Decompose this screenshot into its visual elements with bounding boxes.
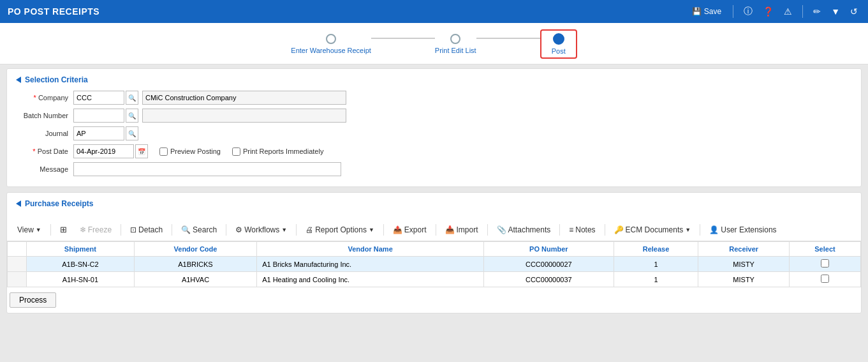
preview-posting-label: Preview Posting [170, 147, 221, 155]
post-date-label: Post Date [16, 147, 73, 155]
step-3-circle [553, 33, 564, 45]
col-receiver[interactable]: Receiver [698, 242, 790, 257]
table-body: A1B-SN-C2A1BRICKSA1 Bricks Manufacturing… [8, 257, 861, 287]
help-icon[interactable]: ❓ [760, 5, 776, 18]
import-button[interactable]: 📥 Import [440, 223, 483, 237]
table-cell: A1BRICKS [134, 257, 256, 272]
info-icon[interactable]: ⓘ [741, 4, 755, 19]
table-cell: A1 Heating and Cooling Inc. [257, 272, 484, 287]
main-content: Selection Criteria Company 🔍 Batch Numbe… [0, 64, 868, 322]
post-date-input[interactable] [73, 144, 134, 158]
warning-icon[interactable]: ⚠ [781, 5, 795, 18]
batch-number-label: Batch Number [16, 112, 73, 119]
calendar-button[interactable]: 📅 [135, 144, 148, 158]
freeze-icon: ❄ [80, 225, 86, 234]
message-input[interactable] [73, 162, 341, 176]
user-ext-icon: 👤 [709, 225, 719, 234]
col-release[interactable]: Release [614, 242, 698, 257]
toolbar-sep-6 [383, 224, 384, 236]
preview-posting-checkbox[interactable] [159, 147, 168, 156]
company-search-button[interactable]: 🔍 [126, 91, 138, 105]
export-icon: 📤 [393, 225, 402, 234]
table-header-row: Shipment Vendor Code Vendor Name PO Numb… [8, 242, 861, 257]
step-1-label[interactable]: Enter Warehouse Receipt [291, 47, 371, 54]
process-wrap: Process [7, 287, 861, 313]
detach-label: Detach [138, 225, 163, 234]
process-button[interactable]: Process [10, 292, 56, 308]
search-label: Search [193, 225, 217, 234]
message-label: Message [16, 165, 73, 173]
collapse-icon-2[interactable] [16, 200, 21, 207]
wizard-step-2[interactable]: Print Edit List [435, 34, 476, 54]
dropdown-icon[interactable]: ▼ [828, 5, 842, 18]
print-reports-checkbox[interactable] [232, 147, 240, 156]
journal-row: Journal 🔍 [16, 126, 852, 140]
table-cell: 1 [614, 272, 698, 287]
batch-name-input [142, 109, 346, 123]
freeze-label: Freeze [88, 225, 112, 234]
toolbar-sep-2 [121, 224, 121, 236]
search-icon: 🔍 [181, 225, 191, 234]
step-2-label[interactable]: Print Edit List [435, 47, 476, 54]
freeze-button[interactable]: ❄ Freeze [75, 223, 117, 237]
toolbar-sep-7 [436, 224, 436, 236]
report-options-button[interactable]: 🖨 Report Options ▼ [300, 223, 379, 237]
user-extensions-button[interactable]: 👤 User Extensions [704, 223, 781, 237]
post-date-row: Post Date 📅 Preview Posting Print Report… [16, 144, 852, 158]
header-divider-2 [802, 5, 803, 18]
selection-criteria-title: Selection Criteria [16, 75, 852, 84]
ecm-documents-button[interactable]: 🔑 ECM Documents ▼ [609, 223, 696, 237]
col-po-number[interactable]: PO Number [484, 242, 614, 257]
view-button[interactable]: View ▼ [12, 223, 47, 237]
collapse-icon[interactable] [16, 77, 21, 83]
table-cell [8, 272, 27, 287]
batch-search-button[interactable]: 🔍 [126, 109, 138, 123]
toolbar-sep-3 [172, 224, 172, 236]
select-checkbox[interactable] [821, 259, 829, 268]
toolbar-sep-8 [487, 224, 488, 236]
table-cell: MISTY [698, 272, 790, 287]
import-label: Import [457, 225, 478, 234]
attachments-button[interactable]: 📎 Attachments [492, 223, 556, 237]
company-input[interactable] [73, 91, 124, 105]
batch-number-row: Batch Number 🔍 [16, 109, 852, 123]
col-select[interactable]: Select [789, 242, 860, 257]
journal-label: Journal [16, 130, 73, 137]
notes-button[interactable]: ≡ Notes [564, 223, 600, 237]
table-cell: A1HVAC [134, 272, 256, 287]
wizard-step-1[interactable]: Enter Warehouse Receipt [291, 34, 371, 54]
edit-rows-icon: ⊞ [60, 225, 67, 234]
table-cell[interactable] [789, 257, 860, 272]
connector-1 [371, 38, 435, 39]
toolbar-edit-button[interactable]: ⊞ [55, 222, 72, 237]
step-1-circle [326, 34, 336, 44]
journal-search-button[interactable]: 🔍 [126, 126, 138, 140]
export-button[interactable]: 📤 Export [388, 223, 432, 237]
search-button[interactable]: 🔍 Search [176, 223, 222, 237]
table-cell: CCC00000037 [484, 272, 614, 287]
view-dropdown-icon: ▼ [36, 227, 41, 233]
edit-icon[interactable]: ✏ [811, 5, 823, 18]
save-button[interactable]: 💾 Save [688, 6, 725, 17]
step-3-label[interactable]: Post [552, 47, 566, 55]
col-shipment[interactable]: Shipment [27, 242, 135, 257]
view-label: View [17, 225, 34, 234]
batch-number-input[interactable] [73, 109, 124, 123]
workflows-button[interactable]: ⚙ Workflows ▼ [230, 223, 292, 237]
ecm-dropdown-icon: ▼ [685, 227, 691, 233]
detach-button[interactable]: ⊡ Detach [125, 223, 168, 237]
header: PO POST RECEIPTS 💾 Save ⓘ ❓ ⚠ ✏ ▼ ↺ [0, 0, 868, 23]
notes-label: Notes [575, 225, 595, 234]
post-date-input-wrap: 📅 Preview Posting Print Reports Immediat… [73, 144, 323, 158]
table-cell[interactable] [789, 272, 860, 287]
table-wrap: Shipment Vendor Code Vendor Name PO Numb… [7, 241, 861, 287]
preview-posting-wrap: Preview Posting [159, 147, 221, 156]
journal-input[interactable] [73, 126, 124, 140]
col-vendor-name[interactable]: Vendor Name [257, 242, 484, 257]
user-extensions-label: User Extensions [721, 225, 776, 234]
select-checkbox[interactable] [821, 275, 829, 283]
toolbar-sep-10 [605, 224, 605, 236]
refresh-icon[interactable]: ↺ [848, 5, 860, 18]
table-cell: CCC00000027 [484, 257, 614, 272]
col-vendor-code[interactable]: Vendor Code [134, 242, 256, 257]
